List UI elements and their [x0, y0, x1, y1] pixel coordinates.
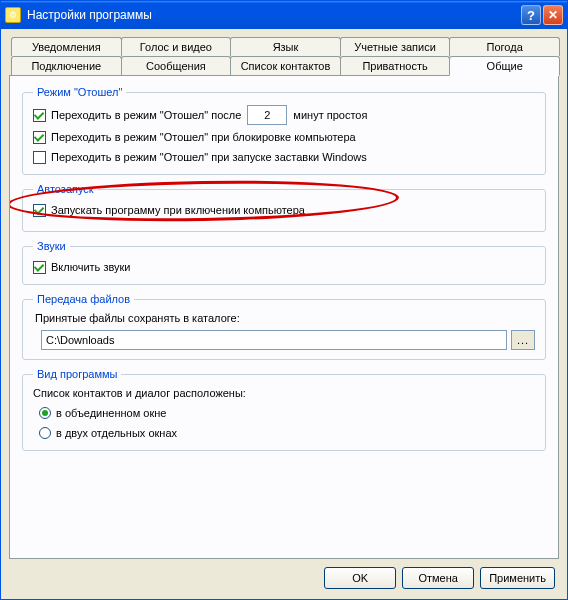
- group-view: Вид программы Список контактов и диалог …: [22, 368, 546, 451]
- checkbox-away-screensaver[interactable]: [33, 151, 46, 164]
- checkbox-away-lock[interactable]: [33, 131, 46, 144]
- away-screensaver-label: Переходить в режим "Отошел" при запуске …: [51, 151, 367, 163]
- view-split-row: в двух отдельных окнах: [39, 425, 535, 441]
- sounds-row: Включить звуки: [33, 259, 535, 275]
- away-idle-minutes-input[interactable]: [247, 105, 287, 125]
- view-label: Список контактов и диалог расположены:: [33, 387, 535, 399]
- tab-connection[interactable]: Подключение: [11, 56, 122, 75]
- close-button[interactable]: ✕: [543, 5, 563, 25]
- titlebar-buttons: ? ✕: [521, 5, 563, 25]
- group-files: Передача файлов Принятые файлы сохранять…: [22, 293, 546, 360]
- cancel-button[interactable]: Отмена: [402, 567, 474, 589]
- group-autostart-legend: Автозапуск: [33, 183, 98, 195]
- away-idle-suffix: минут простоя: [293, 109, 367, 121]
- away-screensaver-row: Переходить в режим "Отошел" при запуске …: [33, 149, 535, 165]
- window-title: Настройки программы: [25, 8, 521, 22]
- view-single-label: в объединенном окне: [56, 407, 166, 419]
- files-path-row: ...: [41, 330, 535, 350]
- radio-single-window[interactable]: [39, 407, 51, 419]
- checkbox-away-idle[interactable]: [33, 109, 46, 122]
- away-idle-prefix: Переходить в режим "Отошел" после: [51, 109, 241, 121]
- group-autostart: Автозапуск Запускать программу при включ…: [22, 183, 546, 232]
- client-area: Уведомления Голос и видео Язык Учетные з…: [1, 29, 567, 599]
- tab-control: Уведомления Голос и видео Язык Учетные з…: [9, 37, 559, 559]
- download-path-input[interactable]: [41, 330, 507, 350]
- settings-window: ⚙ Настройки программы ? ✕ Уведомления Го…: [0, 0, 568, 600]
- tab-general[interactable]: Общие: [449, 56, 560, 76]
- dialog-buttons: OK Отмена Применить: [9, 559, 559, 591]
- tab-accounts[interactable]: Учетные записи: [340, 37, 451, 56]
- autostart-label: Запускать программу при включении компью…: [51, 204, 305, 216]
- sounds-label: Включить звуки: [51, 261, 131, 273]
- group-files-legend: Передача файлов: [33, 293, 134, 305]
- group-sounds: Звуки Включить звуки: [22, 240, 546, 285]
- tab-page-general: Режим "Отошел" Переходить в режим "Отоше…: [9, 75, 559, 559]
- apply-button[interactable]: Применить: [480, 567, 555, 589]
- tab-weather[interactable]: Погода: [449, 37, 560, 56]
- view-single-row: в объединенном окне: [39, 405, 535, 421]
- tab-language[interactable]: Язык: [230, 37, 341, 56]
- tab-row-1: Уведомления Голос и видео Язык Учетные з…: [9, 37, 559, 56]
- tab-messages[interactable]: Сообщения: [121, 56, 232, 75]
- ok-button[interactable]: OK: [324, 567, 396, 589]
- tab-row-2: Подключение Сообщения Список контактов П…: [9, 56, 559, 75]
- tab-notifications[interactable]: Уведомления: [11, 37, 122, 56]
- tab-voice-video[interactable]: Голос и видео: [121, 37, 232, 56]
- files-label: Принятые файлы сохранять в каталоге:: [35, 312, 535, 324]
- autostart-row: Запускать программу при включении компью…: [33, 202, 535, 218]
- checkbox-sounds[interactable]: [33, 261, 46, 274]
- group-view-legend: Вид программы: [33, 368, 121, 380]
- group-away: Режим "Отошел" Переходить в режим "Отоше…: [22, 86, 546, 175]
- checkbox-autostart[interactable]: [33, 204, 46, 217]
- tab-contact-list[interactable]: Список контактов: [230, 56, 341, 75]
- tab-privacy[interactable]: Приватность: [340, 56, 451, 75]
- browse-button[interactable]: ...: [511, 330, 535, 350]
- radio-split-windows[interactable]: [39, 427, 51, 439]
- group-away-legend: Режим "Отошел": [33, 86, 126, 98]
- help-button[interactable]: ?: [521, 5, 541, 25]
- away-lock-label: Переходить в режим "Отошел" при блокиров…: [51, 131, 356, 143]
- group-sounds-legend: Звуки: [33, 240, 70, 252]
- away-lock-row: Переходить в режим "Отошел" при блокиров…: [33, 129, 535, 145]
- titlebar[interactable]: ⚙ Настройки программы ? ✕: [1, 1, 567, 29]
- view-split-label: в двух отдельных окнах: [56, 427, 177, 439]
- away-idle-row: Переходить в режим "Отошел" после минут …: [33, 105, 535, 125]
- app-icon: ⚙: [5, 7, 21, 23]
